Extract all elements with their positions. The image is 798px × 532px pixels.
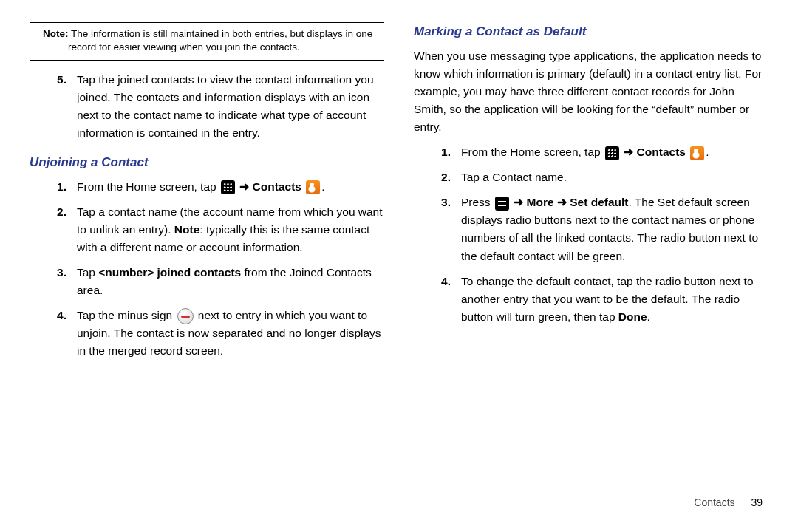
menu-icon (495, 197, 509, 211)
footer-section: Contacts (694, 497, 734, 508)
step-number: 2. (414, 168, 461, 186)
step-text: From the Home screen, tap ➜ Contacts . (461, 143, 768, 161)
apps-grid-icon (221, 180, 235, 194)
step-text: From the Home screen, tap ➜ Contacts . (77, 178, 384, 196)
step-number: 2. (30, 203, 77, 256)
contacts-label: Contacts (253, 180, 301, 193)
arrow-icon: ➜ (239, 180, 249, 193)
unjoin-steps: 1. From the Home screen, tap ➜ Contacts … (30, 178, 384, 360)
arrow-icon: ➜ (514, 196, 523, 208)
step-text: Tap <number> joined contacts from the Jo… (77, 264, 384, 299)
note-label: Note: (43, 28, 69, 39)
right-column: Marking a Contact as Default When you us… (414, 22, 768, 367)
heading-unjoining: Unjoining a Contact (30, 153, 384, 172)
note-body: The information is still maintained in b… (68, 28, 372, 52)
arrow-icon: ➜ (557, 196, 567, 208)
step-number: 4. (414, 273, 461, 326)
default-steps: 1. From the Home screen, tap ➜ Contacts … (414, 143, 768, 325)
step-text: Tap a contact name (the account name fro… (77, 203, 384, 256)
contacts-icon (690, 146, 704, 160)
step-text: Tap the minus sign next to entry in whic… (77, 307, 384, 360)
step-text: Press ➜ More ➜ Set default. The Set defa… (461, 194, 768, 265)
step-number: 1. (30, 178, 77, 196)
step-text: Tap a Contact name. (461, 168, 768, 186)
step-number: 5. (30, 71, 77, 142)
minus-icon (177, 308, 194, 324)
contacts-icon (306, 180, 320, 194)
note-box: Note: The information is still maintaine… (30, 22, 384, 61)
step-number: 1. (414, 143, 461, 161)
step-text: Tap the joined contacts to view the cont… (77, 71, 384, 142)
page-number: 39 (751, 497, 763, 508)
step-number: 3. (414, 194, 461, 265)
heading-default: Marking a Contact as Default (414, 22, 768, 41)
apps-grid-icon (605, 146, 619, 160)
prior-steps: 5. Tap the joined contacts to view the c… (30, 71, 384, 142)
page-footer: Contacts 39 (694, 495, 763, 511)
page-body: Note: The information is still maintaine… (0, 0, 798, 367)
step-number: 3. (30, 264, 77, 299)
intro-paragraph: When you use messaging type applications… (414, 47, 768, 136)
step-number: 4. (30, 307, 77, 360)
step-text: To change the default contact, tap the r… (461, 273, 768, 326)
contacts-label: Contacts (637, 146, 686, 158)
arrow-icon: ➜ (624, 146, 633, 158)
left-column: Note: The information is still maintaine… (30, 22, 384, 367)
